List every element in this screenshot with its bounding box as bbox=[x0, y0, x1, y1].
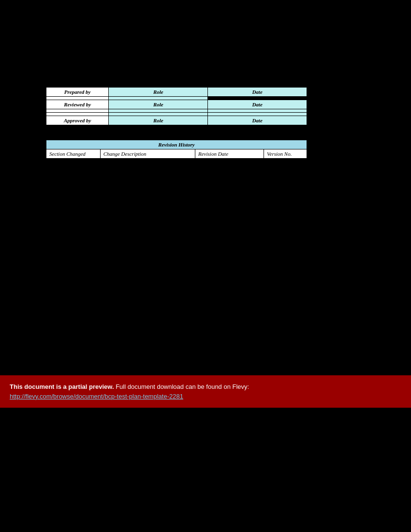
table-row bbox=[46, 109, 307, 113]
prepared-by-date: Date bbox=[208, 88, 307, 97]
empty-label3 bbox=[46, 113, 109, 116]
reviewed-by-role: Role bbox=[109, 100, 208, 109]
empty-date bbox=[208, 97, 307, 100]
main-content: Prepared by Role Date Reviewed by Role D… bbox=[0, 0, 411, 368]
approved-by-role: Role bbox=[109, 116, 208, 125]
preview-banner: This document is a partial preview. Full… bbox=[0, 375, 411, 408]
empty-role3 bbox=[109, 113, 208, 116]
col-version-no: Version No. bbox=[264, 149, 307, 159]
col-revision-date: Revision Date bbox=[195, 149, 264, 159]
revision-title: Revision History bbox=[46, 140, 307, 149]
table-row: Prepared by Role Date bbox=[46, 88, 307, 97]
revision-header-row: Revision History bbox=[46, 140, 307, 149]
document-area: Prepared by Role Date Reviewed by Role D… bbox=[46, 87, 307, 159]
empty-date2 bbox=[208, 109, 307, 113]
table-row: Approved by Role Date bbox=[46, 116, 307, 125]
table-row: Reviewed by Role Date bbox=[46, 100, 307, 109]
approved-by-date: Date bbox=[208, 116, 307, 125]
approved-by-label: Approved by bbox=[46, 116, 109, 125]
col-section-changed: Section Changed bbox=[46, 149, 101, 159]
banner-normal-text: Full document download can be found on F… bbox=[114, 383, 250, 390]
col-change-desc: Change Description bbox=[100, 149, 195, 159]
table-row bbox=[46, 97, 307, 100]
banner-bold-text: This document is a partial preview. bbox=[10, 383, 114, 390]
empty-label bbox=[46, 97, 109, 100]
prepared-by-label: Prepared by bbox=[46, 88, 109, 97]
reviewed-by-date: Date bbox=[208, 100, 307, 109]
approval-table: Prepared by Role Date Reviewed by Role D… bbox=[46, 87, 307, 125]
table-row bbox=[46, 113, 307, 116]
prepared-by-role: Role bbox=[109, 88, 208, 97]
empty-role bbox=[109, 97, 208, 100]
reviewed-by-label: Reviewed by bbox=[46, 100, 109, 109]
revision-table: Revision History Section Changed Change … bbox=[46, 140, 307, 159]
empty-role2 bbox=[109, 109, 208, 113]
empty-date3 bbox=[208, 113, 307, 116]
revision-col-header-row: Section Changed Change Description Revis… bbox=[46, 149, 307, 159]
empty-label2 bbox=[46, 109, 109, 113]
banner-link[interactable]: http://flevy.com/browse/document/bcp-tes… bbox=[10, 393, 183, 400]
bottom-black-area bbox=[0, 408, 411, 532]
